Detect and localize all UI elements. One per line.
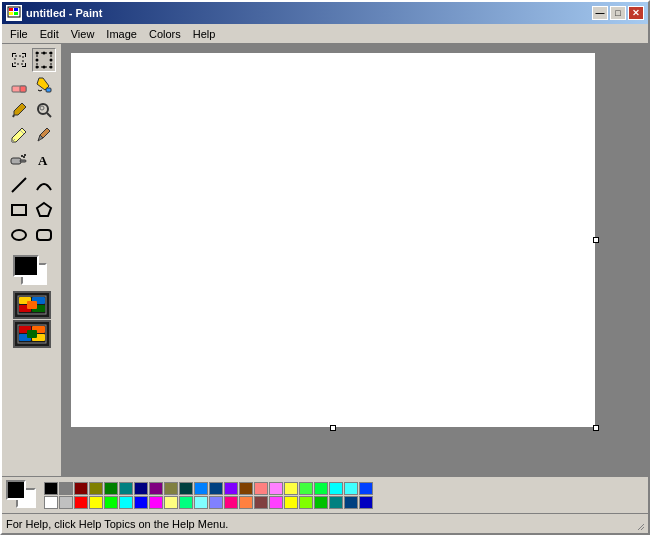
tool-pencil[interactable] [7, 123, 31, 147]
tool-brush[interactable] [32, 123, 56, 147]
svg-point-11 [36, 66, 39, 69]
color-cell[interactable] [119, 482, 133, 495]
color-cell[interactable] [254, 496, 268, 509]
menu-help[interactable]: Help [187, 26, 222, 42]
menu-edit[interactable]: Edit [34, 26, 65, 42]
main-content: A [2, 44, 648, 476]
svg-line-17 [13, 115, 14, 117]
svg-rect-4 [14, 12, 18, 15]
svg-rect-15 [20, 86, 26, 92]
color-cell[interactable] [239, 482, 253, 495]
current-fg-color[interactable] [6, 480, 26, 500]
tool-rect-select[interactable] [32, 48, 56, 72]
tool-line[interactable] [7, 173, 31, 197]
tool-eyedropper[interactable] [7, 98, 31, 122]
tool-airbrush[interactable] [7, 148, 31, 172]
color-cell[interactable] [164, 482, 178, 495]
color-cell[interactable] [254, 482, 268, 495]
color-cell[interactable] [269, 496, 283, 509]
svg-text:A: A [38, 153, 48, 168]
toolbox-fg-color[interactable] [13, 255, 39, 277]
title-bar: untitled - Paint — □ ✕ [2, 2, 648, 24]
color-cell[interactable] [134, 482, 148, 495]
svg-point-24 [21, 155, 23, 157]
color-cell[interactable] [209, 482, 223, 495]
tool-curve[interactable] [32, 173, 56, 197]
color-cell[interactable] [239, 496, 253, 509]
tool-text[interactable]: A [32, 148, 56, 172]
tool-fill[interactable] [32, 73, 56, 97]
svg-rect-28 [12, 205, 26, 215]
color-cell[interactable] [344, 496, 358, 509]
svg-rect-5 [37, 53, 51, 67]
color-cell[interactable] [299, 496, 313, 509]
tool-free-select[interactable] [7, 48, 31, 72]
color-cell[interactable] [314, 482, 328, 495]
status-grip [632, 518, 644, 530]
color-cell[interactable] [359, 482, 373, 495]
color-cell[interactable] [74, 496, 88, 509]
minimize-button[interactable]: — [592, 6, 608, 20]
tool-polygon[interactable] [32, 198, 56, 222]
color-cell[interactable] [164, 496, 178, 509]
color-cell[interactable] [74, 482, 88, 495]
color-cell[interactable] [44, 496, 58, 509]
svg-line-44 [641, 527, 644, 530]
bottom-area: For Help, click Help Topics on the Help … [2, 476, 648, 533]
close-button[interactable]: ✕ [628, 6, 644, 20]
svg-rect-36 [27, 301, 37, 309]
color-cell[interactable] [329, 496, 343, 509]
color-cell[interactable] [299, 482, 313, 495]
toolbox-color-box[interactable] [13, 255, 51, 285]
color-cell[interactable] [314, 496, 328, 509]
handle-bottom-center[interactable] [330, 425, 336, 431]
color-cell[interactable] [269, 482, 283, 495]
color-cell[interactable] [59, 496, 73, 509]
color-cell[interactable] [284, 482, 298, 495]
color-cell[interactable] [104, 496, 118, 509]
color-cell[interactable] [149, 482, 163, 495]
color-cell[interactable] [224, 496, 238, 509]
svg-rect-2 [14, 8, 18, 11]
color-cell[interactable] [179, 496, 193, 509]
color-cell[interactable] [194, 482, 208, 495]
handle-right-center[interactable] [593, 237, 599, 243]
drawing-canvas[interactable] [70, 52, 596, 428]
tool-extra-2[interactable] [13, 320, 51, 348]
color-cell[interactable] [119, 496, 133, 509]
tool-rectangle[interactable] [7, 198, 31, 222]
color-cell[interactable] [329, 482, 343, 495]
color-cell[interactable] [194, 496, 208, 509]
tool-rounded-rect[interactable] [32, 223, 56, 247]
color-cell[interactable] [59, 482, 73, 495]
status-bar: For Help, click Help Topics on the Help … [2, 513, 648, 533]
color-cell[interactable] [284, 496, 298, 509]
menu-view[interactable]: View [65, 26, 101, 42]
title-buttons: — □ ✕ [592, 6, 644, 20]
color-cell[interactable] [344, 482, 358, 495]
tool-ellipse[interactable] [7, 223, 31, 247]
color-cell[interactable] [359, 496, 373, 509]
svg-rect-42 [27, 330, 37, 338]
canvas-area[interactable] [62, 44, 648, 476]
menu-colors[interactable]: Colors [143, 26, 187, 42]
color-cell[interactable] [44, 482, 58, 495]
color-cell[interactable] [224, 482, 238, 495]
svg-point-13 [50, 66, 53, 69]
menu-image[interactable]: Image [100, 26, 143, 42]
color-cell[interactable] [104, 482, 118, 495]
tool-magnifier[interactable] [32, 98, 56, 122]
tool-extra-1[interactable] [13, 291, 51, 319]
color-cell[interactable] [179, 482, 193, 495]
tool-eraser[interactable] [7, 73, 31, 97]
maximize-button[interactable]: □ [610, 6, 626, 20]
menu-bar: File Edit View Image Colors Help [2, 24, 648, 44]
color-cell[interactable] [209, 496, 223, 509]
color-cell[interactable] [89, 482, 103, 495]
color-cell[interactable] [134, 496, 148, 509]
color-cell[interactable] [149, 496, 163, 509]
color-cell[interactable] [89, 496, 103, 509]
menu-file[interactable]: File [4, 26, 34, 42]
handle-bottom-right[interactable] [593, 425, 599, 431]
svg-line-19 [47, 113, 51, 117]
